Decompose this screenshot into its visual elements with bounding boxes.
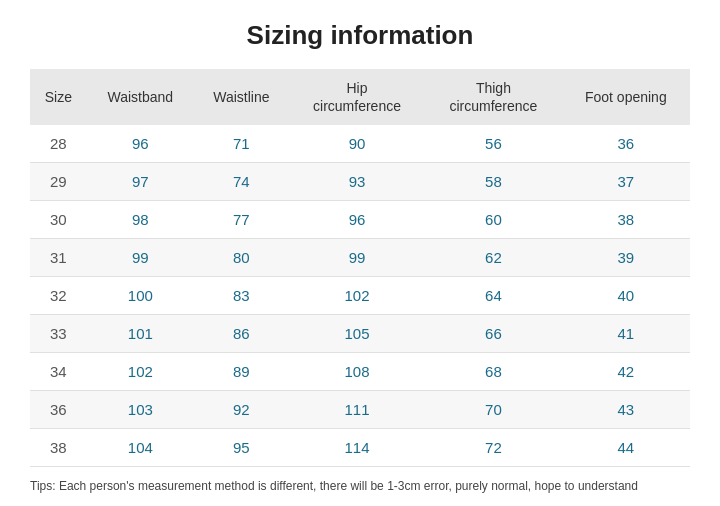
cell-row2-col3: 96 (289, 201, 425, 239)
cell-row8-col5: 44 (562, 429, 690, 467)
table-row: 319980996239 (30, 239, 690, 277)
cell-row7-col0: 36 (30, 391, 87, 429)
header-col-0: Size (30, 69, 87, 125)
cell-row8-col0: 38 (30, 429, 87, 467)
table-header-row: SizeWaistbandWaistlineHipcircumferenceTh… (30, 69, 690, 125)
header-col-5: Foot opening (562, 69, 690, 125)
cell-row2-col5: 38 (562, 201, 690, 239)
cell-row5-col2: 86 (194, 315, 289, 353)
table-row: 33101861056641 (30, 315, 690, 353)
cell-row2-col4: 60 (425, 201, 561, 239)
cell-row8-col2: 95 (194, 429, 289, 467)
header-col-1: Waistband (87, 69, 194, 125)
cell-row5-col3: 105 (289, 315, 425, 353)
cell-row4-col4: 64 (425, 277, 561, 315)
cell-row6-col0: 34 (30, 353, 87, 391)
cell-row4-col5: 40 (562, 277, 690, 315)
cell-row0-col5: 36 (562, 125, 690, 163)
cell-row3-col4: 62 (425, 239, 561, 277)
cell-row6-col5: 42 (562, 353, 690, 391)
cell-row7-col3: 111 (289, 391, 425, 429)
cell-row6-col2: 89 (194, 353, 289, 391)
cell-row6-col3: 108 (289, 353, 425, 391)
table-row: 34102891086842 (30, 353, 690, 391)
cell-row4-col3: 102 (289, 277, 425, 315)
table-row: 38104951147244 (30, 429, 690, 467)
table-row: 36103921117043 (30, 391, 690, 429)
cell-row3-col0: 31 (30, 239, 87, 277)
page-title: Sizing information (247, 20, 474, 51)
cell-row3-col1: 99 (87, 239, 194, 277)
cell-row3-col3: 99 (289, 239, 425, 277)
cell-row0-col3: 90 (289, 125, 425, 163)
cell-row2-col2: 77 (194, 201, 289, 239)
header-col-3: Hipcircumference (289, 69, 425, 125)
cell-row4-col0: 32 (30, 277, 87, 315)
cell-row7-col2: 92 (194, 391, 289, 429)
cell-row1-col1: 97 (87, 163, 194, 201)
cell-row0-col4: 56 (425, 125, 561, 163)
cell-row7-col5: 43 (562, 391, 690, 429)
cell-row6-col4: 68 (425, 353, 561, 391)
cell-row5-col1: 101 (87, 315, 194, 353)
cell-row1-col5: 37 (562, 163, 690, 201)
table-row: 289671905636 (30, 125, 690, 163)
cell-row4-col2: 83 (194, 277, 289, 315)
cell-row1-col4: 58 (425, 163, 561, 201)
cell-row4-col1: 100 (87, 277, 194, 315)
cell-row1-col0: 29 (30, 163, 87, 201)
table-row: 299774935837 (30, 163, 690, 201)
cell-row8-col1: 104 (87, 429, 194, 467)
cell-row0-col1: 96 (87, 125, 194, 163)
cell-row0-col0: 28 (30, 125, 87, 163)
cell-row8-col4: 72 (425, 429, 561, 467)
cell-row0-col2: 71 (194, 125, 289, 163)
cell-row8-col3: 114 (289, 429, 425, 467)
cell-row7-col1: 103 (87, 391, 194, 429)
cell-row2-col1: 98 (87, 201, 194, 239)
cell-row5-col5: 41 (562, 315, 690, 353)
cell-row1-col2: 74 (194, 163, 289, 201)
cell-row1-col3: 93 (289, 163, 425, 201)
cell-row7-col4: 70 (425, 391, 561, 429)
table-row: 309877966038 (30, 201, 690, 239)
cell-row5-col0: 33 (30, 315, 87, 353)
cell-row3-col2: 80 (194, 239, 289, 277)
header-col-2: Waistline (194, 69, 289, 125)
tips-text: Tips: Each person's measurement method i… (30, 479, 690, 493)
table-row: 32100831026440 (30, 277, 690, 315)
cell-row3-col5: 39 (562, 239, 690, 277)
sizing-table: SizeWaistbandWaistlineHipcircumferenceTh… (30, 69, 690, 467)
cell-row5-col4: 66 (425, 315, 561, 353)
cell-row6-col1: 102 (87, 353, 194, 391)
header-col-4: Thighcircumference (425, 69, 561, 125)
cell-row2-col0: 30 (30, 201, 87, 239)
